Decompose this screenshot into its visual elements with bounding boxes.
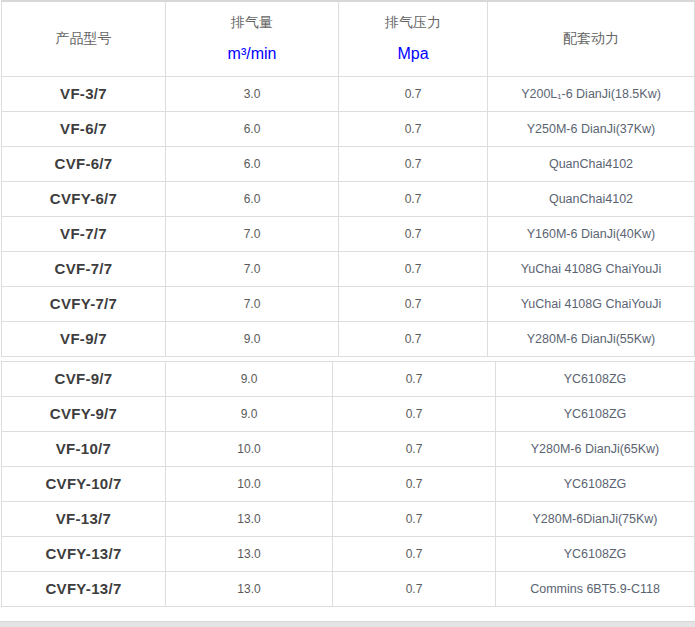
- power-cell: Y200L₁-6 DianJi(18.5Kw): [488, 76, 695, 111]
- model-cell: CVFY-9/7: [2, 396, 166, 431]
- displacement-cell: 9.0: [166, 321, 339, 356]
- displacement-cell: 9.0: [166, 361, 333, 396]
- model-cell: CVF-6/7: [2, 146, 166, 181]
- displacement-cell: 7.0: [166, 216, 339, 251]
- header-pressure: 排气压力 Mpa: [339, 1, 488, 76]
- header-row: 产品型号 排气量 m³/min 排气压力 Mpa 配套动力: [2, 1, 695, 76]
- pressure-cell: 0.7: [333, 431, 496, 466]
- power-cell: YC6108ZG: [496, 536, 695, 571]
- spec-table-section-1: 产品型号 排气量 m³/min 排气压力 Mpa 配套动力 VF-3/73.00…: [1, 0, 695, 357]
- next-table-top-edge: [0, 621, 695, 627]
- model-cell: VF-6/7: [2, 111, 166, 146]
- power-cell: Y280M-6DianJi(75Kw): [496, 501, 695, 536]
- pressure-cell: 0.7: [333, 536, 496, 571]
- displacement-cell: 6.0: [166, 146, 339, 181]
- power-cell: YC6108ZG: [496, 396, 695, 431]
- model-cell: VF-3/7: [2, 76, 166, 111]
- header-displacement-unit: m³/min: [166, 45, 338, 63]
- header-product-model: 产品型号: [2, 1, 166, 76]
- displacement-cell: 13.0: [166, 536, 333, 571]
- table-row: VF-13/713.00.7Y280M-6DianJi(75Kw): [2, 501, 695, 536]
- power-cell: Commins 6BT5.9-C118: [496, 571, 695, 606]
- power-cell: Y160M-6 DianJi(40Kw): [488, 216, 695, 251]
- table-row: CVF-9/79.00.7YC6108ZG: [2, 361, 695, 396]
- pressure-cell: 0.7: [339, 181, 488, 216]
- table-row: VF-7/77.00.7Y160M-6 DianJi(40Kw): [2, 216, 695, 251]
- power-cell: Y250M-6 DianJi(37Kw): [488, 111, 695, 146]
- displacement-cell: 6.0: [166, 111, 339, 146]
- power-cell: Y280M-6 DianJi(65Kw): [496, 431, 695, 466]
- model-cell: VF-10/7: [2, 431, 166, 466]
- header-displacement: 排气量 m³/min: [166, 1, 339, 76]
- pressure-cell: 0.7: [339, 216, 488, 251]
- table-row: CVFY-13/713.00.7Commins 6BT5.9-C118: [2, 571, 695, 606]
- pressure-cell: 0.7: [333, 571, 496, 606]
- table-row: CVF-6/76.00.7QuanChai4102: [2, 146, 695, 181]
- model-cell: CVFY-10/7: [2, 466, 166, 501]
- header-displacement-label: 排气量: [166, 14, 338, 32]
- displacement-cell: 7.0: [166, 286, 339, 321]
- table-row: VF-3/73.00.7Y200L₁-6 DianJi(18.5Kw): [2, 76, 695, 111]
- table-row: CVF-7/77.00.7YuChai 4108G ChaiYouJi: [2, 251, 695, 286]
- header-product-model-label: 产品型号: [2, 30, 165, 48]
- table-row: CVFY-10/710.00.7YC6108ZG: [2, 466, 695, 501]
- pressure-cell: 0.7: [339, 146, 488, 181]
- header-matching-power-label: 配套动力: [488, 30, 694, 48]
- model-cell: CVFY-7/7: [2, 286, 166, 321]
- power-cell: YC6108ZG: [496, 466, 695, 501]
- table-row: CVFY-6/76.00.7QuanChai4102: [2, 181, 695, 216]
- model-cell: VF-13/7: [2, 501, 166, 536]
- table-row: CVFY-9/79.00.7YC6108ZG: [2, 396, 695, 431]
- displacement-cell: 13.0: [166, 571, 333, 606]
- displacement-cell: 10.0: [166, 431, 333, 466]
- displacement-cell: 6.0: [166, 181, 339, 216]
- table-row: VF-6/76.00.7Y250M-6 DianJi(37Kw): [2, 111, 695, 146]
- power-cell: Y280M-6 DianJi(55Kw): [488, 321, 695, 356]
- power-cell: YuChai 4108G ChaiYouJi: [488, 286, 695, 321]
- displacement-cell: 9.0: [166, 396, 333, 431]
- header-pressure-label: 排气压力: [339, 14, 487, 32]
- displacement-cell: 7.0: [166, 251, 339, 286]
- power-cell: YuChai 4108G ChaiYouJi: [488, 251, 695, 286]
- pressure-cell: 0.7: [339, 111, 488, 146]
- displacement-cell: 3.0: [166, 76, 339, 111]
- model-cell: CVF-7/7: [2, 251, 166, 286]
- table-row: CVFY-7/77.00.7YuChai 4108G ChaiYouJi: [2, 286, 695, 321]
- spec-table-section-2: CVF-9/79.00.7YC6108ZGCVFY-9/79.00.7YC610…: [1, 361, 695, 607]
- model-cell: VF-7/7: [2, 216, 166, 251]
- displacement-cell: 13.0: [166, 501, 333, 536]
- power-cell: YC6108ZG: [496, 361, 695, 396]
- displacement-cell: 10.0: [166, 466, 333, 501]
- product-spec-page: 产品型号 排气量 m³/min 排气压力 Mpa 配套动力 VF-3/73.00…: [0, 0, 695, 627]
- pressure-cell: 0.7: [339, 286, 488, 321]
- model-cell: CVF-9/7: [2, 361, 166, 396]
- header-matching-power: 配套动力: [488, 1, 695, 76]
- model-cell: CVFY-13/7: [2, 571, 166, 606]
- pressure-cell: 0.7: [339, 251, 488, 286]
- table-row: VF-10/710.00.7Y280M-6 DianJi(65Kw): [2, 431, 695, 466]
- model-cell: CVFY-13/7: [2, 536, 166, 571]
- model-cell: VF-9/7: [2, 321, 166, 356]
- table-row: CVFY-13/713.00.7YC6108ZG: [2, 536, 695, 571]
- pressure-cell: 0.7: [333, 466, 496, 501]
- table-row: VF-9/79.00.7Y280M-6 DianJi(55Kw): [2, 321, 695, 356]
- pressure-cell: 0.7: [333, 361, 496, 396]
- pressure-cell: 0.7: [333, 501, 496, 536]
- power-cell: QuanChai4102: [488, 181, 695, 216]
- pressure-cell: 0.7: [333, 396, 496, 431]
- pressure-cell: 0.7: [339, 76, 488, 111]
- header-pressure-unit: Mpa: [339, 45, 487, 63]
- power-cell: QuanChai4102: [488, 146, 695, 181]
- model-cell: CVFY-6/7: [2, 181, 166, 216]
- pressure-cell: 0.7: [339, 321, 488, 356]
